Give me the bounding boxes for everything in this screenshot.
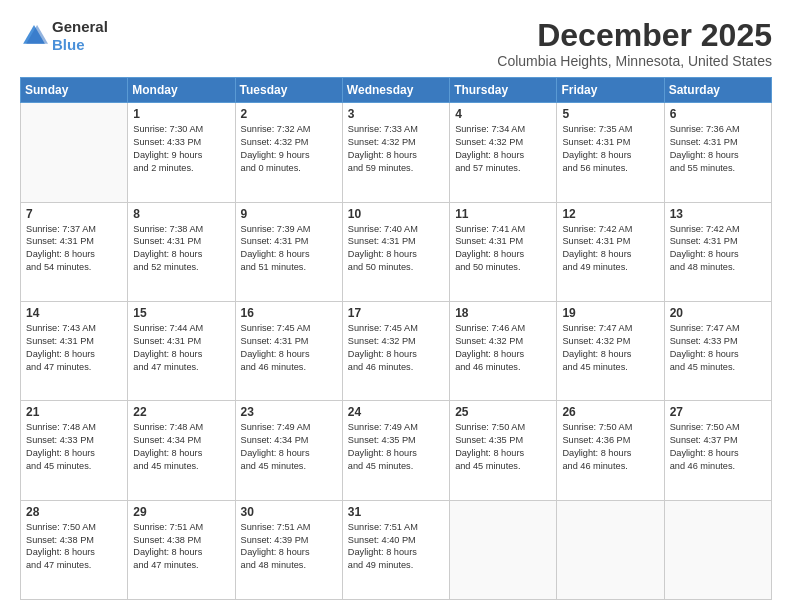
logo: General Blue [20,18,108,54]
calendar-cell: 25Sunrise: 7:50 AM Sunset: 4:35 PM Dayli… [450,401,557,500]
day-number: 21 [26,405,122,419]
calendar-cell: 23Sunrise: 7:49 AM Sunset: 4:34 PM Dayli… [235,401,342,500]
calendar-cell [450,500,557,599]
calendar-week-row: 14Sunrise: 7:43 AM Sunset: 4:31 PM Dayli… [21,301,772,400]
cell-content: Sunrise: 7:50 AM Sunset: 4:37 PM Dayligh… [670,421,766,473]
calendar-cell: 19Sunrise: 7:47 AM Sunset: 4:32 PM Dayli… [557,301,664,400]
day-number: 26 [562,405,658,419]
cell-content: Sunrise: 7:51 AM Sunset: 4:40 PM Dayligh… [348,521,444,573]
cell-content: Sunrise: 7:50 AM Sunset: 4:35 PM Dayligh… [455,421,551,473]
calendar-cell: 9Sunrise: 7:39 AM Sunset: 4:31 PM Daylig… [235,202,342,301]
cell-content: Sunrise: 7:48 AM Sunset: 4:33 PM Dayligh… [26,421,122,473]
day-number: 16 [241,306,337,320]
day-number: 31 [348,505,444,519]
day-number: 2 [241,107,337,121]
calendar-cell: 20Sunrise: 7:47 AM Sunset: 4:33 PM Dayli… [664,301,771,400]
cell-content: Sunrise: 7:35 AM Sunset: 4:31 PM Dayligh… [562,123,658,175]
calendar-cell [557,500,664,599]
calendar-cell: 12Sunrise: 7:42 AM Sunset: 4:31 PM Dayli… [557,202,664,301]
calendar-cell: 13Sunrise: 7:42 AM Sunset: 4:31 PM Dayli… [664,202,771,301]
calendar-cell: 7Sunrise: 7:37 AM Sunset: 4:31 PM Daylig… [21,202,128,301]
cell-content: Sunrise: 7:41 AM Sunset: 4:31 PM Dayligh… [455,223,551,275]
calendar-cell: 1Sunrise: 7:30 AM Sunset: 4:33 PM Daylig… [128,103,235,202]
cell-content: Sunrise: 7:46 AM Sunset: 4:32 PM Dayligh… [455,322,551,374]
calendar-cell: 31Sunrise: 7:51 AM Sunset: 4:40 PM Dayli… [342,500,449,599]
calendar-week-row: 7Sunrise: 7:37 AM Sunset: 4:31 PM Daylig… [21,202,772,301]
day-number: 18 [455,306,551,320]
day-number: 8 [133,207,229,221]
day-number: 4 [455,107,551,121]
logo-icon [20,22,48,50]
calendar-cell: 22Sunrise: 7:48 AM Sunset: 4:34 PM Dayli… [128,401,235,500]
header: General Blue December 2025 Columbia Heig… [20,18,772,69]
location-title: Columbia Heights, Minnesota, United Stat… [497,53,772,69]
calendar-cell: 8Sunrise: 7:38 AM Sunset: 4:31 PM Daylig… [128,202,235,301]
cell-content: Sunrise: 7:39 AM Sunset: 4:31 PM Dayligh… [241,223,337,275]
cell-content: Sunrise: 7:33 AM Sunset: 4:32 PM Dayligh… [348,123,444,175]
day-number: 19 [562,306,658,320]
day-number: 15 [133,306,229,320]
cell-content: Sunrise: 7:45 AM Sunset: 4:32 PM Dayligh… [348,322,444,374]
day-number: 28 [26,505,122,519]
day-number: 30 [241,505,337,519]
calendar-header-row: SundayMondayTuesdayWednesdayThursdayFrid… [21,78,772,103]
calendar-week-row: 28Sunrise: 7:50 AM Sunset: 4:38 PM Dayli… [21,500,772,599]
calendar-cell: 11Sunrise: 7:41 AM Sunset: 4:31 PM Dayli… [450,202,557,301]
logo-blue: Blue [52,36,85,53]
calendar-cell: 15Sunrise: 7:44 AM Sunset: 4:31 PM Dayli… [128,301,235,400]
cell-content: Sunrise: 7:49 AM Sunset: 4:34 PM Dayligh… [241,421,337,473]
day-number: 20 [670,306,766,320]
day-number: 1 [133,107,229,121]
header-cell-monday: Monday [128,78,235,103]
calendar-table: SundayMondayTuesdayWednesdayThursdayFrid… [20,77,772,600]
calendar-cell: 5Sunrise: 7:35 AM Sunset: 4:31 PM Daylig… [557,103,664,202]
header-cell-thursday: Thursday [450,78,557,103]
header-cell-saturday: Saturday [664,78,771,103]
calendar-cell: 27Sunrise: 7:50 AM Sunset: 4:37 PM Dayli… [664,401,771,500]
day-number: 12 [562,207,658,221]
calendar-week-row: 1Sunrise: 7:30 AM Sunset: 4:33 PM Daylig… [21,103,772,202]
cell-content: Sunrise: 7:51 AM Sunset: 4:38 PM Dayligh… [133,521,229,573]
cell-content: Sunrise: 7:45 AM Sunset: 4:31 PM Dayligh… [241,322,337,374]
month-title: December 2025 [497,18,772,53]
cell-content: Sunrise: 7:34 AM Sunset: 4:32 PM Dayligh… [455,123,551,175]
calendar-cell: 10Sunrise: 7:40 AM Sunset: 4:31 PM Dayli… [342,202,449,301]
cell-content: Sunrise: 7:37 AM Sunset: 4:31 PM Dayligh… [26,223,122,275]
header-cell-wednesday: Wednesday [342,78,449,103]
calendar-cell: 30Sunrise: 7:51 AM Sunset: 4:39 PM Dayli… [235,500,342,599]
cell-content: Sunrise: 7:42 AM Sunset: 4:31 PM Dayligh… [562,223,658,275]
calendar-cell: 16Sunrise: 7:45 AM Sunset: 4:31 PM Dayli… [235,301,342,400]
cell-content: Sunrise: 7:38 AM Sunset: 4:31 PM Dayligh… [133,223,229,275]
header-cell-sunday: Sunday [21,78,128,103]
day-number: 13 [670,207,766,221]
day-number: 27 [670,405,766,419]
day-number: 24 [348,405,444,419]
cell-content: Sunrise: 7:43 AM Sunset: 4:31 PM Dayligh… [26,322,122,374]
header-cell-tuesday: Tuesday [235,78,342,103]
day-number: 29 [133,505,229,519]
cell-content: Sunrise: 7:32 AM Sunset: 4:32 PM Dayligh… [241,123,337,175]
cell-content: Sunrise: 7:51 AM Sunset: 4:39 PM Dayligh… [241,521,337,573]
cell-content: Sunrise: 7:49 AM Sunset: 4:35 PM Dayligh… [348,421,444,473]
day-number: 25 [455,405,551,419]
calendar-cell: 29Sunrise: 7:51 AM Sunset: 4:38 PM Dayli… [128,500,235,599]
day-number: 10 [348,207,444,221]
day-number: 5 [562,107,658,121]
cell-content: Sunrise: 7:48 AM Sunset: 4:34 PM Dayligh… [133,421,229,473]
calendar-week-row: 21Sunrise: 7:48 AM Sunset: 4:33 PM Dayli… [21,401,772,500]
cell-content: Sunrise: 7:44 AM Sunset: 4:31 PM Dayligh… [133,322,229,374]
logo-general: General [52,18,108,35]
cell-content: Sunrise: 7:50 AM Sunset: 4:38 PM Dayligh… [26,521,122,573]
day-number: 22 [133,405,229,419]
title-area: December 2025 Columbia Heights, Minnesot… [497,18,772,69]
cell-content: Sunrise: 7:40 AM Sunset: 4:31 PM Dayligh… [348,223,444,275]
day-number: 7 [26,207,122,221]
calendar-cell: 14Sunrise: 7:43 AM Sunset: 4:31 PM Dayli… [21,301,128,400]
cell-content: Sunrise: 7:42 AM Sunset: 4:31 PM Dayligh… [670,223,766,275]
calendar-cell: 6Sunrise: 7:36 AM Sunset: 4:31 PM Daylig… [664,103,771,202]
page: General Blue December 2025 Columbia Heig… [0,0,792,612]
header-cell-friday: Friday [557,78,664,103]
calendar-cell [664,500,771,599]
cell-content: Sunrise: 7:47 AM Sunset: 4:32 PM Dayligh… [562,322,658,374]
calendar-cell: 21Sunrise: 7:48 AM Sunset: 4:33 PM Dayli… [21,401,128,500]
